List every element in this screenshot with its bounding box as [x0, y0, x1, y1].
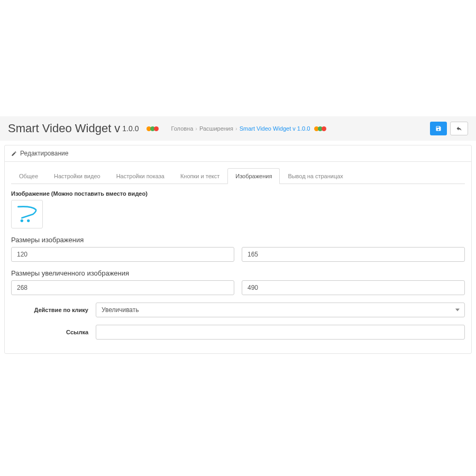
tab-buttons-text[interactable]: Кнопки и текст [172, 168, 227, 184]
cart-placeholder-icon [15, 204, 39, 225]
click-action-select[interactable]: Увеличивать [96, 303, 465, 317]
click-action-label: Действие по клику [11, 307, 96, 313]
panel-body: Общее Настройки видео Настройки показа К… [5, 162, 471, 353]
svg-point-1 [27, 219, 30, 222]
breadcrumb: Головна › Расширения › Smart Video Widge… [171, 125, 329, 132]
edit-panel: Редактирование Общее Настройки видео Нас… [4, 145, 472, 354]
reply-icon [456, 125, 462, 132]
pencil-icon [11, 151, 17, 157]
breadcrumb-separator: › [195, 125, 197, 132]
breadcrumb-home[interactable]: Головна [171, 125, 194, 132]
image-height-input[interactable] [242, 247, 465, 262]
click-action-group: Действие по клику Увеличивать [11, 303, 465, 317]
version-text: 1.0.0 [122, 124, 139, 133]
page-title: Smart Video Widget v 1.0.0 [8, 122, 139, 135]
tab-display-settings[interactable]: Настройки показа [108, 168, 172, 184]
image-thumbnail[interactable] [11, 200, 43, 228]
tab-general[interactable]: Общее [11, 168, 46, 184]
enlarged-width-input[interactable] [11, 280, 234, 295]
enlarged-size-row [11, 280, 465, 295]
panel-heading: Редактирование [5, 145, 471, 162]
title-text: Smart Video Widget v [8, 122, 120, 135]
app-logo-icon [147, 126, 159, 131]
image-field-group: Изображение (Можно поставить вместо виде… [11, 190, 465, 228]
tab-video-settings[interactable]: Настройки видео [46, 168, 108, 184]
breadcrumb-separator: › [235, 125, 237, 132]
app-logo-icon [314, 126, 326, 131]
image-size-row [11, 247, 465, 262]
enlarged-size-label: Размеры увеличенного изображения [11, 269, 465, 277]
svg-point-0 [21, 219, 23, 222]
panel-heading-text: Редактирование [20, 150, 68, 157]
image-width-input[interactable] [11, 247, 234, 262]
page-header: Smart Video Widget v 1.0.0 Головна › Рас… [0, 116, 476, 141]
save-icon [435, 125, 442, 132]
breadcrumb-current[interactable]: Smart Video Widget v 1.0.0 [240, 125, 310, 132]
link-label: Ссылка [11, 329, 96, 335]
link-group: Ссылка [11, 325, 465, 340]
breadcrumb-extensions[interactable]: Расширения [199, 125, 233, 132]
enlarged-height-input[interactable] [242, 280, 465, 295]
back-button[interactable] [450, 122, 468, 135]
tabs: Общее Настройки видео Настройки показа К… [11, 168, 465, 184]
link-input[interactable] [96, 325, 465, 340]
header-left: Smart Video Widget v 1.0.0 Головна › Рас… [8, 122, 328, 135]
image-label: Изображение (Можно поставить вместо виде… [11, 190, 465, 197]
header-actions [430, 122, 468, 135]
save-button[interactable] [430, 122, 447, 135]
tab-images[interactable]: Изображения [227, 168, 280, 184]
image-size-label: Размеры изображения [11, 236, 465, 244]
tab-page-output[interactable]: Вывод на страницах [280, 168, 351, 184]
